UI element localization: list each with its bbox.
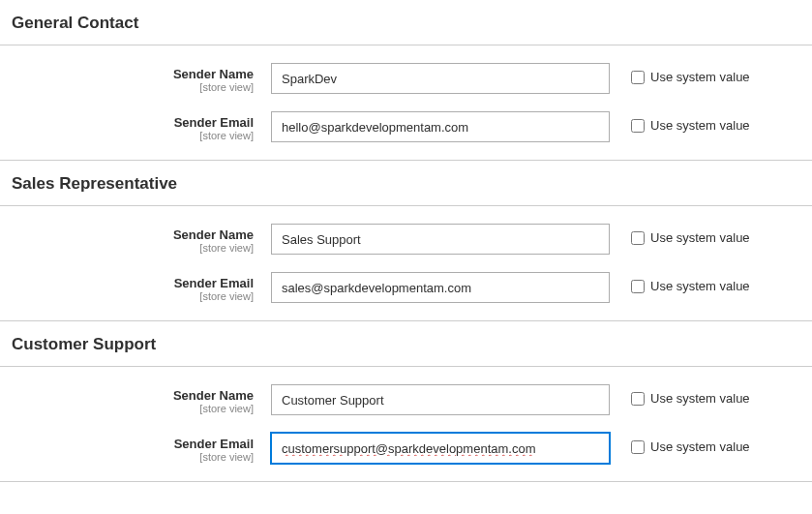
support-sender-email-input[interactable] xyxy=(271,433,610,464)
field-row-sales-sender-email: Sender Email [store view] Use system val… xyxy=(0,272,812,303)
field-input-col xyxy=(271,224,610,255)
section-sales-representative: Sales Representative Sender Name [store … xyxy=(0,161,812,321)
field-checkbox-col: Use system value xyxy=(610,63,750,84)
field-checkbox-col: Use system value xyxy=(610,111,750,133)
use-system-value-label[interactable]: Use system value xyxy=(650,391,750,406)
section-header-sales[interactable]: Sales Representative xyxy=(0,161,812,206)
sales-sender-email-input[interactable] xyxy=(271,272,610,303)
field-input-col xyxy=(271,63,610,94)
field-label-col: Sender Email [store view] xyxy=(12,111,271,141)
field-input-col xyxy=(271,272,610,303)
use-system-value-checkbox[interactable] xyxy=(631,392,645,406)
field-label: Sender Name xyxy=(12,388,254,403)
field-label-col: Sender Email [store view] xyxy=(12,433,271,463)
section-header-support[interactable]: Customer Support xyxy=(0,321,812,367)
field-scope: [store view] xyxy=(12,242,254,254)
field-checkbox-col: Use system value xyxy=(610,384,750,406)
support-sender-name-input[interactable] xyxy=(271,384,610,415)
field-row-support-sender-email: Sender Email [store view] Use system val… xyxy=(0,433,812,464)
field-scope: [store view] xyxy=(12,290,254,302)
use-system-value-label[interactable]: Use system value xyxy=(650,439,750,454)
field-label: Sender Name xyxy=(12,227,254,242)
field-label: Sender Name xyxy=(12,67,254,81)
field-scope: [store view] xyxy=(12,451,254,463)
use-system-value-checkbox[interactable] xyxy=(631,71,645,84)
field-checkbox-col: Use system value xyxy=(610,433,750,454)
use-system-value-label[interactable]: Use system value xyxy=(650,70,750,84)
field-label-col: Sender Name [store view] xyxy=(12,384,271,414)
use-system-value-checkbox[interactable] xyxy=(631,440,645,454)
field-row-sales-sender-name: Sender Name [store view] Use system valu… xyxy=(0,224,812,255)
field-row-support-sender-name: Sender Name [store view] Use system valu… xyxy=(0,384,812,415)
field-input-col xyxy=(271,111,610,142)
field-input-col xyxy=(271,384,610,415)
use-system-value-checkbox[interactable] xyxy=(631,280,645,293)
general-sender-email-input[interactable] xyxy=(271,111,610,142)
field-checkbox-col: Use system value xyxy=(610,224,750,245)
field-scope: [store view] xyxy=(12,130,254,141)
field-label: Sender Email xyxy=(12,276,254,290)
section-header-general[interactable]: General Contact xyxy=(0,0,812,45)
field-label: Sender Email xyxy=(12,437,254,451)
field-scope: [store view] xyxy=(12,403,254,414)
field-label-col: Sender Name [store view] xyxy=(12,63,271,93)
section-title: Customer Support xyxy=(12,335,156,353)
section-title: General Contact xyxy=(12,14,138,32)
field-label-col: Sender Email [store view] xyxy=(12,272,271,302)
use-system-value-label[interactable]: Use system value xyxy=(650,118,750,133)
section-customer-support: Customer Support Sender Name [store view… xyxy=(0,321,812,482)
field-checkbox-col: Use system value xyxy=(610,272,750,293)
field-row-general-sender-email: Sender Email [store view] Use system val… xyxy=(0,111,812,142)
use-system-value-checkbox[interactable] xyxy=(631,119,645,133)
field-row-general-sender-name: Sender Name [store view] Use system valu… xyxy=(0,63,812,94)
field-scope: [store view] xyxy=(12,81,254,93)
use-system-value-label[interactable]: Use system value xyxy=(650,230,750,245)
sales-sender-name-input[interactable] xyxy=(271,224,610,255)
field-label: Sender Email xyxy=(12,115,254,130)
use-system-value-label[interactable]: Use system value xyxy=(650,279,750,293)
general-sender-name-input[interactable] xyxy=(271,63,610,94)
section-general-contact: General Contact Sender Name [store view]… xyxy=(0,0,812,161)
use-system-value-checkbox[interactable] xyxy=(631,231,645,245)
field-input-col xyxy=(271,433,610,464)
section-title: Sales Representative xyxy=(12,174,177,193)
field-label-col: Sender Name [store view] xyxy=(12,224,271,254)
